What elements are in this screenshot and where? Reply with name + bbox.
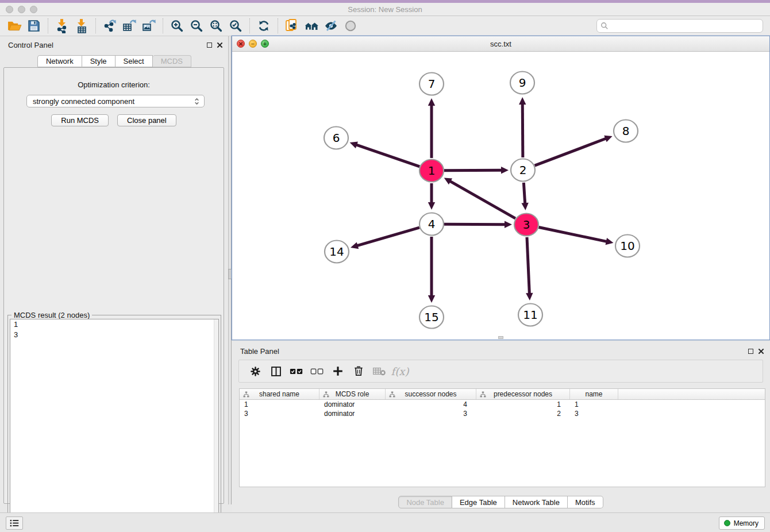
table-cell[interactable]: 2 — [476, 410, 570, 418]
table-cell[interactable]: 4 — [386, 400, 476, 408]
node-1[interactable]: 1 — [419, 160, 444, 182]
delete-table-button[interactable] — [369, 362, 390, 380]
table-cell[interactable]: dominator — [319, 410, 386, 418]
node-11[interactable]: 11 — [518, 304, 542, 326]
search-icon — [600, 22, 609, 30]
edge-2-9[interactable] — [519, 97, 526, 157]
show-all-button[interactable] — [341, 17, 360, 34]
function-builder-button[interactable]: f(x) — [390, 362, 410, 380]
mcds-result-list[interactable]: 13 — [10, 319, 219, 529]
hide-selected-button[interactable] — [321, 17, 341, 34]
table-cell[interactable]: 3 — [240, 410, 319, 418]
fx-icon: f(x) — [391, 365, 409, 377]
tab-mcds[interactable]: MCDS — [153, 55, 191, 67]
network-resize-handle[interactable] — [498, 336, 503, 339]
close-panel-button[interactable]: Close panel — [117, 114, 176, 126]
show-columns-button[interactable] — [265, 362, 286, 380]
table-cell[interactable]: 3 — [386, 410, 476, 418]
node-3[interactable]: 3 — [514, 214, 538, 236]
edge-1-4[interactable] — [428, 183, 435, 210]
column-header-successor-nodes[interactable]: successor nodes — [386, 389, 476, 399]
column-header-MCDS-role[interactable]: MCDS role — [319, 389, 386, 399]
zoom-in-button[interactable] — [167, 17, 187, 34]
edge-3-11[interactable] — [526, 237, 533, 300]
toolbar-separator — [48, 18, 48, 33]
tab-motifs[interactable]: Motifs — [568, 496, 603, 508]
edge-4-14[interactable] — [351, 228, 419, 249]
deselect-all-checkboxes-button[interactable] — [307, 362, 328, 380]
tab-network-table[interactable]: Network Table — [505, 496, 568, 508]
table-cell[interactable]: 1 — [476, 400, 570, 408]
trash-icon — [353, 365, 364, 377]
edge-2-8[interactable] — [535, 136, 613, 165]
node-2[interactable]: 2 — [511, 159, 535, 182]
column-header-name[interactable]: name — [570, 389, 618, 399]
edge-1-7[interactable] — [428, 98, 435, 158]
column-header-predecessor-nodes[interactable]: predecessor nodes — [476, 389, 570, 399]
zoom-selected-button[interactable] — [226, 17, 245, 34]
apply-layout-button[interactable] — [254, 17, 274, 34]
result-item[interactable]: 3 — [10, 330, 218, 340]
plus-icon — [332, 365, 344, 377]
close-panel-icon[interactable] — [217, 42, 223, 48]
node-6[interactable]: 6 — [324, 127, 348, 149]
edge-2-3[interactable] — [521, 183, 528, 210]
export-image-button[interactable] — [139, 17, 159, 34]
tab-edge-table[interactable]: Edge Table — [452, 496, 505, 508]
column-header-shared-name[interactable]: shared name — [240, 389, 319, 399]
network-canvas[interactable]: 7968124314101511 — [232, 52, 769, 340]
run-mcds-button[interactable]: Run MCDS — [51, 114, 109, 126]
export-network-button[interactable] — [100, 17, 120, 34]
node-8[interactable]: 8 — [614, 120, 638, 142]
edge-1-6[interactable] — [350, 141, 420, 166]
import-network-button[interactable] — [52, 17, 72, 34]
import-table-button[interactable] — [72, 17, 91, 34]
open-session-button[interactable] — [5, 17, 24, 34]
node-15[interactable]: 15 — [419, 306, 444, 329]
tab-node-table[interactable]: Node Table — [398, 496, 452, 508]
node-10[interactable]: 10 — [615, 235, 640, 257]
table-row[interactable]: 3dominator323 — [240, 409, 765, 418]
zoom-fit-button[interactable] — [206, 17, 226, 34]
table-cell[interactable]: dominator — [319, 400, 386, 408]
close-table-panel-icon[interactable] — [758, 348, 764, 354]
table-cell[interactable]: 1 — [570, 400, 618, 408]
edge-4-15[interactable] — [428, 237, 435, 303]
tab-select[interactable]: Select — [116, 55, 153, 67]
save-session-button[interactable] — [24, 17, 44, 34]
edge-1-2[interactable] — [444, 167, 509, 174]
node-4[interactable]: 4 — [419, 213, 444, 236]
zoom-out-button[interactable] — [187, 17, 206, 34]
result-item[interactable]: 1 — [10, 319, 218, 330]
edge-3-1[interactable] — [444, 178, 515, 218]
float-table-panel-icon[interactable] — [748, 349, 753, 354]
node-table[interactable]: shared nameMCDS rolesuccessor nodesprede… — [239, 388, 765, 487]
network-window-titlebar[interactable]: ✕ − + scc.txt — [232, 36, 769, 52]
edge-3-10[interactable] — [539, 228, 614, 245]
search-box[interactable] — [596, 19, 763, 33]
zoom-fit-icon — [209, 19, 223, 33]
node-7[interactable]: 7 — [419, 73, 444, 95]
table-settings-button[interactable] — [245, 362, 265, 380]
float-panel-icon[interactable] — [207, 43, 212, 48]
delete-columns-button[interactable] — [348, 362, 369, 380]
table-row[interactable]: 1dominator411 — [240, 400, 765, 409]
export-table-button[interactable] — [120, 17, 139, 34]
task-history-button[interactable] — [6, 516, 23, 530]
select-all-checkboxes-button[interactable] — [286, 362, 307, 380]
add-column-button[interactable] — [328, 362, 348, 380]
criterion-select[interactable]: strongly connected component — [26, 95, 205, 107]
tab-style[interactable]: Style — [82, 55, 116, 67]
edge-4-3[interactable] — [444, 221, 512, 228]
first-neighbors-button[interactable] — [302, 17, 321, 34]
table-cell[interactable]: 3 — [570, 410, 618, 418]
node-14[interactable]: 14 — [325, 241, 349, 263]
table-cell[interactable]: 1 — [240, 400, 319, 408]
tab-network[interactable]: Network — [37, 55, 82, 67]
node-9[interactable]: 9 — [510, 72, 534, 94]
svg-text:2: 2 — [519, 163, 527, 177]
search-input[interactable] — [611, 22, 759, 30]
clone-network-button[interactable] — [282, 17, 302, 34]
memory-button[interactable]: Memory — [719, 516, 765, 530]
result-scrollbar[interactable] — [214, 319, 218, 529]
